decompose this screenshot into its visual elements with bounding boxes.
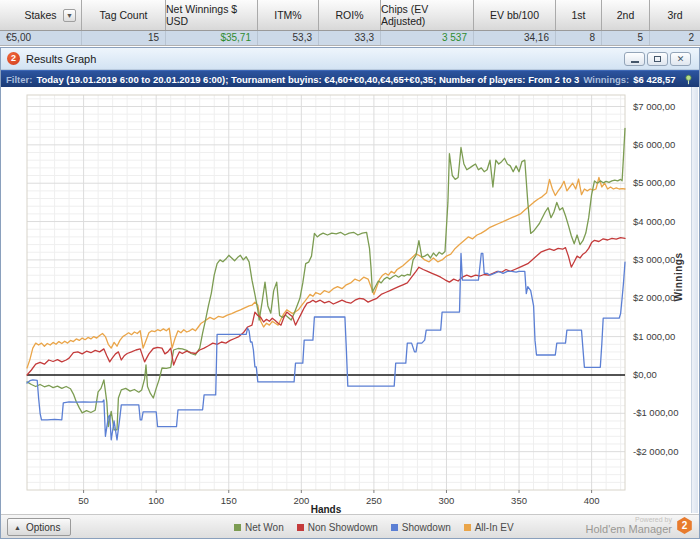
legend-swatch bbox=[234, 524, 241, 531]
brand-name: Hold'em Manager bbox=[586, 524, 672, 535]
window-title: Results Graph bbox=[26, 53, 96, 65]
x-tick-label: 150 bbox=[221, 495, 237, 506]
legend-item-showdown: Showdown bbox=[391, 522, 451, 533]
stat-2nd: 5 bbox=[602, 31, 650, 45]
y-tick-label: $3 000,00 bbox=[633, 254, 675, 265]
legend-item-non-showdown: Non Showdown bbox=[297, 522, 378, 533]
column-header-1st[interactable]: 1st bbox=[556, 0, 602, 30]
stat-ev-bb100: 34,16 bbox=[474, 31, 556, 45]
legend-swatch bbox=[391, 524, 398, 531]
series-net-won bbox=[27, 128, 625, 429]
stat-3rd: 2 bbox=[650, 31, 700, 45]
screen: Stakes▼ Tag Count Net Winnings $ USD ITM… bbox=[0, 0, 700, 540]
legend-label: Showdown bbox=[402, 522, 451, 533]
column-header-itm[interactable]: ITM% bbox=[258, 0, 319, 30]
options-button[interactable]: ▲ Options bbox=[7, 518, 71, 536]
stat-itm: 53,3 bbox=[258, 31, 319, 45]
results-graph-window: 2 Results Graph ✕ Filter: Today (19.01.2… bbox=[0, 47, 700, 539]
column-header-2nd[interactable]: 2nd bbox=[602, 0, 650, 30]
results-chart[interactable]: 50100150200250300350400$7 000,00$6 000,0… bbox=[1, 87, 699, 513]
column-header-roi[interactable]: ROI% bbox=[319, 0, 381, 30]
legend-label: Non Showdown bbox=[308, 522, 378, 533]
column-header-stakes[interactable]: Stakes▼ bbox=[0, 0, 82, 30]
stat-net-winnings: $35,71 bbox=[166, 31, 258, 45]
pushpin-icon[interactable] bbox=[683, 74, 694, 85]
stat-roi: 33,3 bbox=[319, 31, 381, 45]
filter-label: Filter: bbox=[6, 74, 32, 85]
x-tick-label: 50 bbox=[78, 495, 89, 506]
y-axis-title: Winnings bbox=[673, 253, 684, 302]
y-tick-label: $7 000,00 bbox=[633, 101, 675, 112]
legend-item-all-in-ev: All-In EV bbox=[464, 522, 514, 533]
y-tick-label: -$2 000,00 bbox=[633, 446, 678, 457]
stats-header-row: Stakes▼ Tag Count Net Winnings $ USD ITM… bbox=[0, 0, 700, 31]
minimize-button[interactable] bbox=[624, 52, 645, 66]
filter-bar[interactable]: Filter: Today (19.01.2019 6:00 to 20.01.… bbox=[1, 70, 699, 87]
x-axis-title: Hands bbox=[311, 504, 342, 513]
holdem-manager-icon: 2 bbox=[7, 52, 20, 65]
options-label: Options bbox=[26, 522, 60, 533]
minimize-icon bbox=[631, 61, 639, 63]
legend-label: All-In EV bbox=[475, 522, 514, 533]
y-tick-label: $2 000,00 bbox=[633, 292, 675, 303]
column-header-ev-bb100[interactable]: EV bb/100 bbox=[474, 0, 556, 30]
winnings-label: Winnings: bbox=[583, 74, 629, 85]
stat-chips-ev: 3 537 bbox=[381, 31, 474, 45]
arrow-up-icon: ▲ bbox=[14, 524, 21, 531]
filter-criteria: Today (19.01.2019 6:00 to 20.01.2019 6:0… bbox=[36, 74, 579, 85]
window-right-edge bbox=[691, 87, 698, 513]
x-tick-label: 100 bbox=[148, 495, 164, 506]
column-header-3rd[interactable]: 3rd bbox=[650, 0, 700, 30]
holdem-manager-logo: 2 bbox=[676, 517, 693, 534]
y-tick-label: $6 000,00 bbox=[633, 139, 675, 150]
window-titlebar[interactable]: 2 Results Graph ✕ bbox=[1, 48, 699, 70]
legend-item-net-won: Net Won bbox=[234, 522, 284, 533]
x-tick-label: 250 bbox=[366, 495, 382, 506]
y-tick-label: -$1 000,00 bbox=[633, 407, 678, 418]
stat-stakes: €5,00 bbox=[0, 31, 82, 45]
chart-area: 50100150200250300350400$7 000,00$6 000,0… bbox=[1, 87, 699, 513]
legend-swatch bbox=[297, 524, 304, 531]
maximize-button[interactable] bbox=[647, 52, 668, 66]
stat-tag-count: 15 bbox=[82, 31, 166, 45]
x-tick-label: 200 bbox=[293, 495, 309, 506]
legend-swatch bbox=[464, 524, 471, 531]
y-tick-label: $5 000,00 bbox=[633, 177, 675, 188]
close-icon: ✕ bbox=[677, 54, 685, 64]
stat-1st: 8 bbox=[556, 31, 602, 45]
chart-legend: Net WonNon ShowdownShowdownAll-In EV bbox=[234, 515, 514, 539]
column-header-tag-count[interactable]: Tag Count bbox=[82, 0, 166, 30]
column-header-net-winnings[interactable]: Net Winnings $ USD bbox=[166, 0, 258, 30]
legend-label: Net Won bbox=[245, 522, 284, 533]
powered-by-label: Powered by bbox=[586, 516, 672, 523]
x-tick-label: 350 bbox=[511, 495, 527, 506]
stats-value-row[interactable]: €5,00 15 $35,71 53,3 33,3 3 537 34,16 8 … bbox=[0, 31, 700, 45]
x-tick-label: 400 bbox=[584, 495, 600, 506]
y-tick-label: $0,00 bbox=[633, 369, 657, 380]
branding: Powered by Hold'em Manager 2 bbox=[586, 516, 693, 535]
close-button[interactable]: ✕ bbox=[670, 52, 691, 66]
column-label: Stakes bbox=[24, 9, 56, 21]
chevron-down-icon[interactable]: ▼ bbox=[63, 9, 76, 22]
maximize-icon bbox=[654, 56, 661, 62]
bottom-bar: ▲ Options Net WonNon ShowdownShowdownAll… bbox=[1, 514, 699, 538]
column-header-chips-ev[interactable]: Chips (EV Adjusted) bbox=[381, 0, 474, 30]
stats-table: Stakes▼ Tag Count Net Winnings $ USD ITM… bbox=[0, 0, 700, 46]
winnings-value: $6 428,57 bbox=[633, 74, 675, 85]
y-tick-label: $4 000,00 bbox=[633, 216, 675, 227]
y-tick-label: $1 000,00 bbox=[633, 331, 675, 342]
x-tick-label: 300 bbox=[439, 495, 455, 506]
